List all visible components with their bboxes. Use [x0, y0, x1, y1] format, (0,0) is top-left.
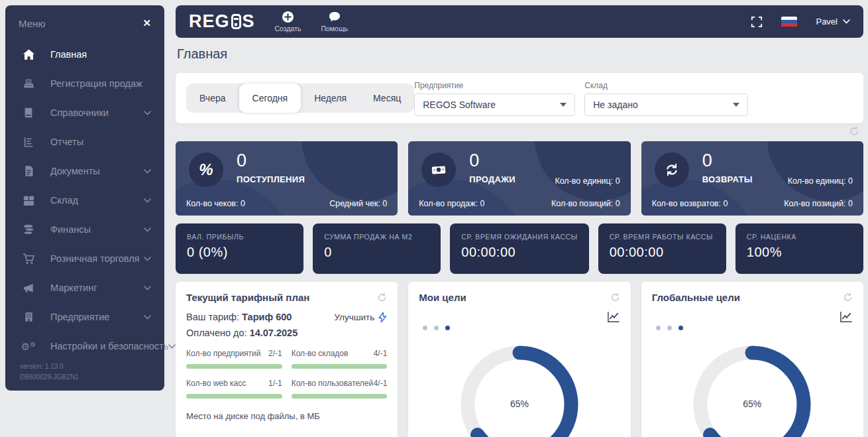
- period-segmented-control: Вчера Сегодня Неделя Месяц: [186, 84, 414, 113]
- refresh-icon[interactable]: [843, 292, 853, 302]
- user-menu[interactable]: Pavel: [816, 17, 850, 27]
- period-today[interactable]: Сегодня: [239, 84, 301, 113]
- quota-progress-bar: [186, 364, 282, 369]
- logo-text-right: S: [243, 11, 255, 32]
- home-icon: [21, 48, 36, 61]
- kpi-label: ВОЗВРАТЫ: [702, 174, 753, 184]
- sidebar-item-home[interactable]: Главная: [5, 40, 164, 69]
- kpi-stat: Средний чек: 0: [329, 199, 387, 208]
- quota-label: Кол-во складов: [292, 349, 349, 358]
- kpi-stat: Кол-во продаж: 0: [419, 199, 484, 208]
- quota-progress-bar: [292, 364, 388, 369]
- page-title: Главная: [177, 46, 227, 62]
- version-number: version: 1.13.0: [20, 361, 79, 372]
- carousel-dot[interactable]: [667, 326, 672, 330]
- line-chart-icon[interactable]: [607, 311, 620, 323]
- my-goals-card: Мои цели 65%: [408, 282, 630, 437]
- sidebar-item-settings-security[interactable]: ⚙⚙ Настройки и безопасность: [5, 332, 164, 361]
- sidebar-item-marketing[interactable]: Маркетинг: [5, 273, 164, 302]
- caret-down-icon: [733, 103, 739, 107]
- chevron-down-icon: [144, 227, 151, 232]
- carousel-dot[interactable]: [423, 326, 427, 330]
- quota-warehouses: Кол-во складов4/-1: [292, 349, 388, 369]
- sidebar-item-label: Справочники: [50, 107, 109, 118]
- sidebar-item-label: Регистрация продаж: [50, 78, 142, 89]
- carousel-dot-active[interactable]: [445, 326, 450, 330]
- warehouse-select[interactable]: Не задано: [584, 94, 748, 116]
- logo-text-left: REG: [189, 11, 230, 32]
- kpi-card-sales: 0 ПРОДАЖИ Кол-во единиц: 0 Кол-во продаж…: [408, 141, 630, 216]
- bottom-card-row: Текущий тарифный план Ваш тариф: Тариф 6…: [176, 282, 863, 437]
- disk-space-label: Место на диске под файлы, в МБ: [186, 411, 387, 421]
- carousel-dot[interactable]: [656, 326, 661, 330]
- goal-percent-label: 65%: [457, 399, 582, 409]
- sidebar-item-finance[interactable]: Финансы: [5, 215, 164, 244]
- sidebar-item-enterprise[interactable]: Предприятие: [5, 302, 164, 332]
- chevron-down-icon: [144, 111, 151, 115]
- language-flag-ru[interactable]: [781, 17, 797, 27]
- sidebar-item-retail[interactable]: Розничная торговля: [5, 244, 164, 273]
- carousel-dot[interactable]: [434, 326, 439, 330]
- sidebar-item-directories[interactable]: Справочники: [5, 98, 164, 127]
- enterprise-label: Предприятие: [414, 81, 575, 90]
- kpi-card-receipts: % 0 ПОСТУПЛЕНИЯ Кол-во чеков: 0 Средний …: [176, 141, 398, 216]
- sidebar-item-label: Финансы: [50, 224, 91, 235]
- kpi-stat: Кол-во чеков: 0: [186, 199, 245, 208]
- close-icon[interactable]: ✕: [142, 17, 151, 29]
- chat-icon: [328, 11, 341, 23]
- help-button[interactable]: Помощь: [321, 11, 348, 32]
- refresh-icon[interactable]: [377, 292, 387, 302]
- kpi-value: 0: [469, 151, 479, 171]
- sidebar-nav: Главная Регистрация продаж Справочники О…: [5, 40, 164, 361]
- goal-donut-chart: 65%: [689, 342, 815, 437]
- kpi-label: ПРОДАЖИ: [469, 174, 515, 184]
- fullscreen-icon[interactable]: [751, 16, 763, 28]
- logo-o-glyph: [231, 14, 241, 29]
- kpi-stat: Кол-во единиц: 0: [555, 176, 620, 186]
- tile-label: СР. НАЦЕНКА: [747, 233, 852, 241]
- period-yesterday[interactable]: Вчера: [186, 84, 239, 113]
- help-label: Помощь: [321, 25, 348, 32]
- tile-gross-profit: ВАЛ. ПРИБЫЛЬ 0 (0%): [176, 223, 303, 274]
- quota-progress-bar: [292, 394, 388, 399]
- period-month[interactable]: Месяц: [360, 84, 414, 113]
- refresh-icon[interactable]: [849, 126, 859, 137]
- quota-value: 1/-1: [268, 379, 282, 388]
- tile-avg-markup: СР. НАЦЕНКА 100%: [735, 223, 863, 274]
- tile-label: СР. ВРЕМЯ ОЖИДАНИЯ КАССЫ: [461, 233, 577, 241]
- stat-tile-row: ВАЛ. ПРИБЫЛЬ 0 (0%) СУММА ПРОДАЖ НА М2 0…: [176, 223, 863, 274]
- warehouse-icon: [21, 194, 36, 207]
- tile-avg-work-time: СР. ВРЕМЯ РАБОТЫ КАССЫ 00:00:00: [598, 223, 726, 274]
- document-icon: [21, 165, 36, 177]
- tariff-card: Текущий тарифный план Ваш тариф: Тариф 6…: [176, 282, 398, 437]
- enterprise-value: REGOS Software: [423, 99, 496, 110]
- create-button[interactable]: Создать: [275, 11, 301, 32]
- line-chart-icon[interactable]: [840, 311, 853, 323]
- tile-value: 0 (0%): [187, 245, 292, 260]
- enterprise-select[interactable]: REGOS Software: [414, 94, 575, 116]
- tariff-paid-until: Оплачено до: 14.07.2025: [186, 328, 387, 338]
- kpi-stat: Кол-во позиций: 0: [784, 199, 853, 208]
- sidebar-item-documents[interactable]: Документы: [5, 156, 164, 186]
- sidebar-item-sales-registration[interactable]: Регистрация продаж: [5, 69, 164, 98]
- carousel-dot-active[interactable]: [678, 326, 683, 330]
- sidebar-item-warehouse[interactable]: Склад: [5, 186, 164, 215]
- tariff-current: Ваш тариф: Тариф 600: [186, 312, 292, 322]
- sidebar-item-label: Розничная торговля: [50, 253, 140, 264]
- topbar: REGS Создать Помощь Pavel: [176, 5, 863, 38]
- chevron-down-icon: [144, 286, 151, 290]
- period-week[interactable]: Неделя: [301, 84, 360, 113]
- tariff-name: Тариф 600: [242, 312, 292, 322]
- report-icon: [21, 136, 36, 148]
- regos-logo[interactable]: REGS: [189, 11, 255, 32]
- sidebar-item-reports[interactable]: Отчеты: [5, 127, 164, 156]
- warehouse-label: Склад: [584, 81, 748, 90]
- quota-value: 4/-1: [374, 349, 388, 358]
- upgrade-link[interactable]: Улучшить: [334, 312, 387, 322]
- paid-value: 14.07.2025: [250, 328, 298, 338]
- chevron-down-icon: [144, 315, 151, 320]
- kpi-card-returns: 0 ВОЗВРАТЫ Кол-во единиц: 0 Кол-во возвр…: [641, 141, 863, 216]
- quota-web-registers: Кол-во web касс1/-1: [186, 379, 282, 399]
- refresh-icon[interactable]: [610, 292, 620, 302]
- paid-label: Оплачено до:: [186, 328, 250, 338]
